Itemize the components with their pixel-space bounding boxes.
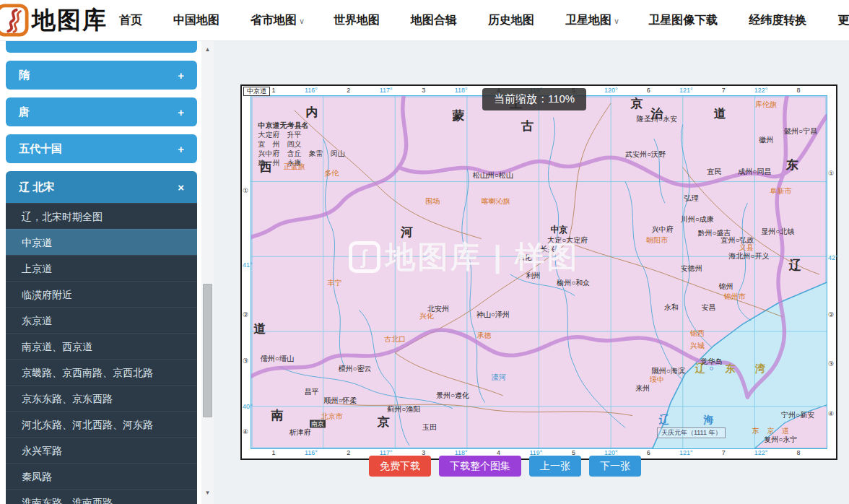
- map-label: 长兴: [540, 246, 554, 253]
- nav-item[interactable]: 世界地图: [334, 13, 382, 28]
- tick-label: ③: [243, 357, 248, 365]
- map-label: 大定○大定府: [547, 237, 588, 244]
- map-label: 松山州○松山: [473, 172, 513, 179]
- sub-map-item[interactable]: 上京道: [6, 255, 197, 281]
- plus-icon: +: [178, 106, 184, 118]
- map-label: 朝阳市: [646, 237, 668, 244]
- accordion-item[interactable]: 五代十国 +: [6, 134, 197, 163]
- accordion-label: 辽 北宋: [19, 181, 54, 194]
- tick-label: 122°: [754, 87, 768, 94]
- main-nav: 首页 中国地图 省市地图∨ 世界地图 地图合辑 历史地图 卫星地图∨ 卫星图像下…: [119, 13, 849, 28]
- nav-item[interactable]: 省市地图∨: [251, 13, 305, 28]
- sub-map-item[interactable]: 永兴军路: [6, 437, 197, 463]
- scroll-up-icon[interactable]: ▲: [201, 43, 214, 55]
- map-label: 海北州○开义: [728, 253, 769, 260]
- sub-map-item[interactable]: 秦凤路: [6, 463, 197, 489]
- sub-map-item[interactable]: 河北东路、河北西路、河东路: [6, 411, 197, 437]
- map-label: 宜民: [708, 168, 722, 175]
- tick-label: 1: [271, 449, 275, 456]
- map-era-box: 天庆元年（1111 年）: [657, 427, 726, 438]
- chevron-down-icon: ∨: [299, 17, 305, 25]
- historical-map-image[interactable]: 内蒙上古京治道东辽西道南京河辽 东 湾辽 海滦河松山州○松山中京大定○大定府长兴…: [251, 95, 827, 449]
- map-action-button[interactable]: 上一张: [529, 456, 581, 477]
- sub-map-item[interactable]: 南京道、西京道: [6, 333, 197, 359]
- accordion-item-expanded[interactable]: 辽 北宋 ×: [6, 171, 197, 203]
- map-label: 辽: [789, 259, 801, 271]
- sub-map-item[interactable]: 京畿路、京西南路、京西北路: [6, 359, 197, 385]
- nav-item[interactable]: 卫星地图∨: [565, 13, 619, 28]
- tick-label: ①: [243, 187, 248, 194]
- map-label: 榆州○和众: [557, 279, 590, 287]
- map-label: 隆圣州○永安: [637, 116, 677, 123]
- map-image-wrap: 中京道 1116°2117°3118°4119°5120°6121°7122°8…: [240, 84, 837, 460]
- sub-map-item[interactable]: 中京道: [6, 229, 197, 255]
- map-action-button[interactable]: 下载整个图集: [439, 456, 521, 477]
- map-label: 顺州○怀柔: [324, 397, 357, 404]
- map-label: 锦西: [690, 330, 705, 337]
- tick-label: 42°: [828, 254, 838, 261]
- map-action-button[interactable]: 免费下载: [369, 456, 431, 477]
- nav-item[interactable]: 历史地图: [488, 13, 536, 28]
- nav-item[interactable]: 首页: [119, 13, 144, 28]
- nav-item[interactable]: 中国地图: [173, 13, 222, 28]
- map-note-line: 中京道无考县名: [258, 121, 345, 130]
- map-label: 玉田: [422, 424, 437, 431]
- map-label: 道: [714, 108, 726, 120]
- tick-label: 116°: [305, 449, 318, 456]
- map-note-line: 兴中府 含丘 象雷 闵山: [258, 149, 345, 158]
- sidebar: 隋 + 唐 + 五代十国 + 辽 北宋 × 辽，北宋时期全图 中京道 上京道 临…: [0, 41, 203, 504]
- accordion-item[interactable]: 隋 +: [6, 61, 197, 90]
- map-label: 神山○泽州: [476, 311, 510, 318]
- map-note-line: 建 州 永康: [258, 158, 345, 168]
- tick-label: 41°: [243, 261, 253, 269]
- sub-map-item[interactable]: 京东东路、京东西路: [6, 385, 197, 411]
- sub-map-item[interactable]: 淮南东路、淮南西路: [6, 489, 197, 504]
- scrollbar-thumb[interactable]: [203, 284, 212, 417]
- map-label: 库伦旗: [755, 101, 777, 108]
- map-action-button[interactable]: 下一张: [589, 456, 641, 477]
- accordion-label: 唐: [19, 105, 30, 119]
- map-label: 弘理: [684, 195, 699, 202]
- map-label: 显州○北镇: [761, 228, 794, 235]
- nav-item[interactable]: 卫星图像下载: [648, 13, 720, 28]
- nav-item[interactable]: 地图合辑: [411, 13, 459, 28]
- map-label: 锦州市: [723, 293, 745, 300]
- nav-item[interactable]: 经纬度转换: [749, 13, 809, 28]
- map-label: 义县: [739, 244, 753, 251]
- tick-label: 6: [647, 87, 650, 94]
- map-label: 永和: [664, 304, 679, 311]
- sub-map-item[interactable]: 临潢府附近: [6, 281, 197, 307]
- sub-map-item[interactable]: 东京道: [6, 307, 197, 333]
- map-label: 懿州○宁昌: [784, 128, 817, 135]
- tick-label: 120°: [604, 87, 618, 94]
- map-label: 丰宁: [328, 279, 342, 287]
- site-logo[interactable]: 地图库: [0, 4, 108, 37]
- map-label: 析津府: [289, 429, 311, 436]
- map-label: 辽 海: [659, 415, 730, 425]
- map-label: 安昌: [702, 304, 716, 311]
- nav-item[interactable]: 更: [837, 13, 849, 28]
- map-label: 绥中: [650, 376, 664, 383]
- map-label: 归化: [518, 254, 532, 261]
- accordion-label: 隋: [19, 69, 30, 82]
- sub-map-item[interactable]: 辽，北宋时期全图: [6, 203, 197, 229]
- accordion-item-partial[interactable]: [6, 41, 197, 53]
- tick-label: 1: [271, 87, 275, 94]
- tick-label: 3: [422, 87, 425, 94]
- map-label: 兴化: [419, 313, 434, 320]
- map-label: 宁州○新安: [781, 412, 814, 419]
- map-label: 昌平: [305, 388, 319, 396]
- map-label: 来州: [635, 385, 650, 392]
- accordion-item[interactable]: 唐 +: [6, 97, 197, 126]
- plus-icon: +: [178, 143, 184, 155]
- map-corner-title: 中京道: [243, 87, 270, 96]
- tick-label: 8: [797, 87, 801, 94]
- map-label: 利州: [526, 272, 541, 279]
- map-label: 北京市: [321, 413, 343, 420]
- top-navbar: 地图库 首页 中国地图 省市地图∨ 世界地图 地图合辑 历史地图 卫星地图∨ 卫…: [0, 0, 849, 41]
- map-label: 东: [786, 159, 798, 171]
- logo-icon: [0, 4, 29, 37]
- map-label: 阜新市: [770, 188, 791, 195]
- map-label: 古北口: [384, 336, 406, 343]
- scroll-down-icon[interactable]: ▼: [201, 487, 214, 498]
